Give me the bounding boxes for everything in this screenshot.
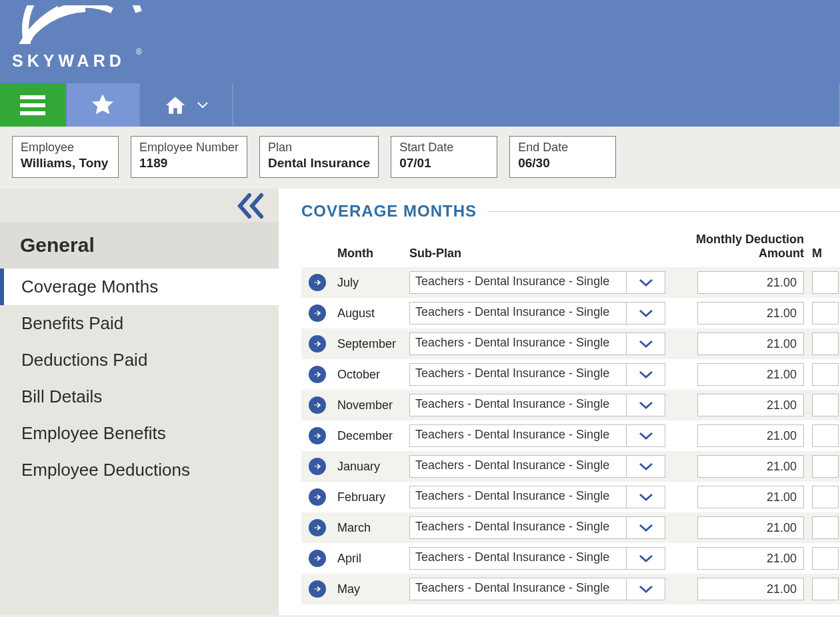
chevron-down-icon	[626, 425, 665, 446]
deduction-amount-input[interactable]	[697, 424, 804, 447]
double-chevron-left-icon	[236, 193, 265, 219]
deduction-amount-input[interactable]	[697, 394, 804, 416]
deduction-amount-input[interactable]	[697, 332, 804, 355]
subplan-value: Teachers - Dental Insurance - Single	[410, 272, 626, 293]
toolbar-spacer	[233, 83, 840, 127]
row-open-icon[interactable]	[309, 550, 326, 567]
sidebar-item-employee-deductions[interactable]: Employee Deductions	[0, 452, 279, 488]
subplan-select[interactable]: Teachers - Dental Insurance - Single	[409, 486, 665, 508]
subplan-value: Teachers - Dental Insurance - Single	[410, 364, 626, 385]
subplan-value: Teachers - Dental Insurance - Single	[410, 578, 626, 600]
subplan-value: Teachers - Dental Insurance - Single	[410, 303, 626, 324]
info-employee-number: Employee Number 1189	[131, 136, 247, 178]
extra-input[interactable]	[812, 486, 839, 508]
month-cell: August	[333, 298, 405, 328]
table-row: AprilTeachers - Dental Insurance - Singl…	[301, 543, 840, 574]
row-open-icon[interactable]	[309, 519, 326, 536]
sidebar-item-bill-details[interactable]: Bill Details	[0, 378, 279, 415]
table-row: NovemberTeachers - Dental Insurance - Si…	[301, 390, 840, 420]
chevron-down-icon	[626, 517, 665, 538]
deduction-amount-input[interactable]	[697, 547, 804, 570]
brand-text: SKYWARD	[12, 51, 125, 70]
info-start-date: Start Date 07/01	[391, 136, 497, 178]
subplan-value: Teachers - Dental Insurance - Single	[410, 517, 626, 538]
table-row: OctoberTeachers - Dental Insurance - Sin…	[301, 359, 840, 390]
deduction-amount-input[interactable]	[697, 516, 804, 539]
sidebar-item-deductions-paid[interactable]: Deductions Paid	[0, 342, 279, 378]
row-open-icon[interactable]	[309, 427, 326, 444]
home-button[interactable]	[140, 83, 233, 127]
subplan-select[interactable]: Teachers - Dental Insurance - Single	[409, 363, 665, 386]
info-end-value: 06/30	[518, 156, 607, 171]
info-plan-label: Plan	[268, 141, 370, 155]
subplan-select[interactable]: Teachers - Dental Insurance - Single	[409, 578, 665, 600]
row-open-icon[interactable]	[309, 274, 326, 291]
deduction-amount-input[interactable]	[697, 486, 804, 508]
subplan-select[interactable]: Teachers - Dental Insurance - Single	[409, 455, 665, 478]
subplan-select[interactable]: Teachers - Dental Insurance - Single	[409, 547, 665, 570]
extra-input[interactable]	[812, 302, 839, 324]
col-month: Month	[333, 230, 405, 267]
table-row: FebruaryTeachers - Dental Insurance - Si…	[301, 482, 840, 512]
table-row: DecemberTeachers - Dental Insurance - Si…	[301, 420, 840, 451]
row-open-icon[interactable]	[309, 366, 326, 383]
month-cell: April	[333, 543, 405, 574]
deduction-amount-input[interactable]	[697, 578, 804, 600]
subplan-select[interactable]: Teachers - Dental Insurance - Single	[409, 271, 665, 294]
skyward-logo: SKYWARD ®	[12, 5, 145, 72]
favorites-button[interactable]	[67, 83, 140, 127]
menu-button[interactable]	[0, 83, 67, 127]
month-cell: January	[333, 451, 405, 482]
svg-text:®: ®	[136, 47, 142, 57]
row-open-icon[interactable]	[309, 580, 326, 598]
chevron-down-icon	[626, 364, 665, 385]
chevron-down-icon	[626, 578, 665, 600]
sidebar-item-benefits-paid[interactable]: Benefits Paid	[0, 305, 279, 342]
subplan-select[interactable]: Teachers - Dental Insurance - Single	[409, 394, 665, 416]
col-extra: M	[808, 230, 840, 267]
extra-input[interactable]	[812, 271, 839, 294]
info-plan-value: Dental Insurance	[268, 156, 370, 171]
row-open-icon[interactable]	[309, 396, 326, 414]
subplan-select[interactable]: Teachers - Dental Insurance - Single	[409, 516, 665, 539]
subplan-select[interactable]: Teachers - Dental Insurance - Single	[409, 302, 665, 324]
col-deduction: Monthly Deduction Amount	[669, 230, 808, 267]
info-empnum-value: 1189	[139, 156, 239, 171]
extra-input[interactable]	[812, 394, 839, 416]
extra-input[interactable]	[812, 547, 839, 570]
subplan-select[interactable]: Teachers - Dental Insurance - Single	[409, 424, 665, 447]
row-open-icon[interactable]	[309, 305, 326, 322]
row-open-icon[interactable]	[309, 335, 326, 352]
app-banner: SKYWARD ®	[0, 0, 840, 83]
svg-rect-3	[20, 103, 45, 107]
content-panel: COVERAGE MONTHS Month Sub-Plan Monthly D…	[279, 189, 840, 615]
chevron-down-icon	[626, 333, 665, 354]
coverage-months-table: Month Sub-Plan Monthly Deduction Amount …	[301, 230, 840, 604]
extra-input[interactable]	[812, 332, 839, 355]
month-cell: December	[333, 420, 405, 451]
extra-input[interactable]	[812, 578, 839, 600]
month-cell: May	[333, 574, 405, 604]
collapse-sidebar-button[interactable]	[236, 193, 265, 222]
deduction-amount-input[interactable]	[697, 455, 804, 478]
extra-input[interactable]	[812, 363, 839, 386]
row-open-icon[interactable]	[309, 458, 326, 475]
section-title: COVERAGE MONTHS	[301, 202, 477, 221]
subplan-value: Teachers - Dental Insurance - Single	[410, 333, 626, 354]
deduction-amount-input[interactable]	[697, 302, 804, 324]
row-open-icon[interactable]	[309, 488, 326, 506]
info-employee-label: Employee	[21, 141, 110, 155]
sidebar: GeneralCoverage MonthsBenefits PaidDeduc…	[0, 189, 279, 615]
sidebar-item-employee-benefits[interactable]: Employee Benefits	[0, 415, 279, 452]
extra-input[interactable]	[812, 455, 839, 478]
subplan-select[interactable]: Teachers - Dental Insurance - Single	[409, 332, 665, 355]
sidebar-item-coverage-months[interactable]: Coverage Months	[0, 269, 279, 305]
sidebar-header: General	[0, 222, 279, 269]
extra-input[interactable]	[812, 424, 839, 447]
table-row: JanuaryTeachers - Dental Insurance - Sin…	[301, 451, 840, 482]
info-employee-value: Williams, Tony	[21, 156, 110, 171]
deduction-amount-input[interactable]	[697, 271, 804, 294]
deduction-amount-input[interactable]	[697, 363, 804, 386]
info-empnum-label: Employee Number	[139, 141, 239, 155]
extra-input[interactable]	[812, 516, 839, 539]
